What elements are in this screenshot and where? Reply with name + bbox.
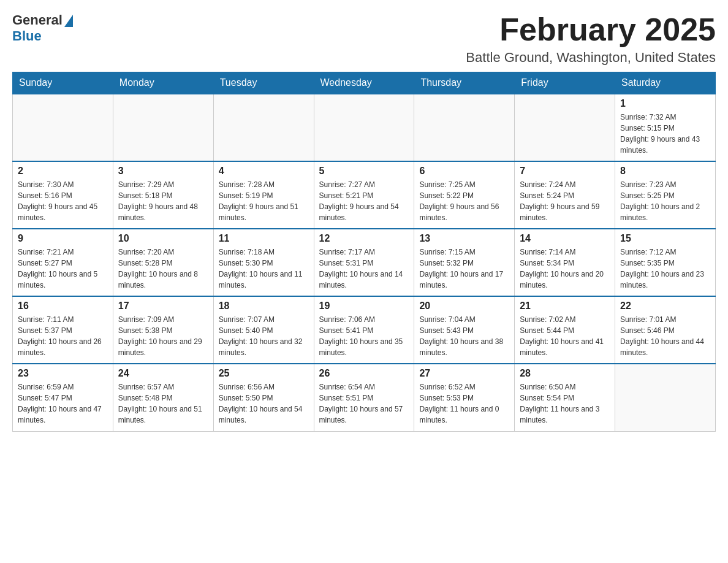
- day-number: 1: [620, 98, 710, 109]
- day-header-thursday: Thursday: [414, 72, 515, 94]
- day-info: Sunrise: 7:29 AMSunset: 5:18 PMDaylight:…: [118, 179, 208, 223]
- calendar-cell: 6Sunrise: 7:25 AMSunset: 5:22 PMDaylight…: [414, 161, 515, 229]
- day-number: 5: [319, 166, 409, 177]
- day-header-saturday: Saturday: [615, 72, 716, 94]
- day-number: 7: [520, 166, 610, 177]
- calendar-cell: 22Sunrise: 7:01 AMSunset: 5:46 PMDayligh…: [615, 296, 716, 364]
- calendar-cell: 5Sunrise: 7:27 AMSunset: 5:21 PMDaylight…: [314, 161, 414, 229]
- day-info: Sunrise: 6:52 AMSunset: 5:53 PMDaylight:…: [419, 381, 509, 426]
- calendar-cell: [515, 94, 615, 161]
- day-info: Sunrise: 6:54 AMSunset: 5:51 PMDaylight:…: [319, 381, 409, 426]
- day-info: Sunrise: 7:28 AMSunset: 5:19 PMDaylight:…: [219, 179, 309, 223]
- day-number: 27: [419, 368, 509, 379]
- calendar-cell: 1Sunrise: 7:32 AMSunset: 5:15 PMDaylight…: [615, 94, 716, 161]
- day-info: Sunrise: 7:25 AMSunset: 5:22 PMDaylight:…: [419, 179, 509, 223]
- calendar-header-row: SundayMondayTuesdayWednesdayThursdayFrid…: [13, 72, 716, 94]
- day-number: 2: [18, 166, 108, 177]
- calendar-cell: 2Sunrise: 7:30 AMSunset: 5:16 PMDaylight…: [13, 161, 113, 229]
- calendar-cell: 18Sunrise: 7:07 AMSunset: 5:40 PMDayligh…: [213, 296, 314, 364]
- month-title: February 2025: [466, 12, 716, 47]
- calendar-cell: [213, 94, 314, 161]
- day-info: Sunrise: 7:18 AMSunset: 5:30 PMDaylight:…: [219, 247, 309, 291]
- day-info: Sunrise: 7:02 AMSunset: 5:44 PMDaylight:…: [520, 314, 610, 358]
- calendar-week-1: 1Sunrise: 7:32 AMSunset: 5:15 PMDaylight…: [13, 94, 716, 161]
- day-number: 8: [620, 166, 710, 177]
- page-header: General Blue February 2025 Battle Ground…: [12, 12, 716, 66]
- calendar-cell: 10Sunrise: 7:20 AMSunset: 5:28 PMDayligh…: [113, 229, 213, 296]
- calendar-cell: 19Sunrise: 7:06 AMSunset: 5:41 PMDayligh…: [314, 296, 414, 364]
- calendar-cell: 4Sunrise: 7:28 AMSunset: 5:19 PMDaylight…: [213, 161, 314, 229]
- day-header-sunday: Sunday: [13, 72, 113, 94]
- day-number: 13: [419, 233, 509, 244]
- logo-general-text: General: [12, 12, 63, 28]
- day-number: 12: [319, 233, 409, 244]
- calendar-cell: 17Sunrise: 7:09 AMSunset: 5:38 PMDayligh…: [113, 296, 213, 364]
- day-number: 4: [219, 166, 309, 177]
- calendar-week-5: 23Sunrise: 6:59 AMSunset: 5:47 PMDayligh…: [13, 364, 716, 431]
- day-number: 9: [18, 233, 108, 244]
- calendar-cell: 16Sunrise: 7:11 AMSunset: 5:37 PMDayligh…: [13, 296, 113, 364]
- calendar-cell: [113, 94, 213, 161]
- day-info: Sunrise: 7:07 AMSunset: 5:40 PMDaylight:…: [219, 314, 309, 358]
- day-number: 19: [319, 301, 409, 312]
- calendar-cell: 7Sunrise: 7:24 AMSunset: 5:24 PMDaylight…: [515, 161, 615, 229]
- day-info: Sunrise: 7:32 AMSunset: 5:15 PMDaylight:…: [620, 112, 710, 156]
- calendar-cell: 11Sunrise: 7:18 AMSunset: 5:30 PMDayligh…: [213, 229, 314, 296]
- location-subtitle: Battle Ground, Washington, United States: [466, 50, 716, 66]
- day-info: Sunrise: 7:23 AMSunset: 5:25 PMDaylight:…: [620, 179, 710, 223]
- day-header-tuesday: Tuesday: [213, 72, 314, 94]
- day-number: 21: [520, 301, 610, 312]
- calendar-cell: 9Sunrise: 7:21 AMSunset: 5:27 PMDaylight…: [13, 229, 113, 296]
- calendar-cell: 12Sunrise: 7:17 AMSunset: 5:31 PMDayligh…: [314, 229, 414, 296]
- day-info: Sunrise: 7:21 AMSunset: 5:27 PMDaylight:…: [18, 247, 108, 291]
- day-info: Sunrise: 7:20 AMSunset: 5:28 PMDaylight:…: [118, 247, 208, 291]
- day-info: Sunrise: 7:06 AMSunset: 5:41 PMDaylight:…: [319, 314, 409, 358]
- day-info: Sunrise: 7:27 AMSunset: 5:21 PMDaylight:…: [319, 179, 409, 223]
- day-info: Sunrise: 7:09 AMSunset: 5:38 PMDaylight:…: [118, 314, 208, 358]
- day-number: 16: [18, 301, 108, 312]
- day-number: 10: [118, 233, 208, 244]
- calendar-week-3: 9Sunrise: 7:21 AMSunset: 5:27 PMDaylight…: [13, 229, 716, 296]
- logo: General Blue: [12, 12, 73, 44]
- calendar-cell: [314, 94, 414, 161]
- calendar-cell: 15Sunrise: 7:12 AMSunset: 5:35 PMDayligh…: [615, 229, 716, 296]
- day-info: Sunrise: 7:17 AMSunset: 5:31 PMDaylight:…: [319, 247, 409, 291]
- day-number: 22: [620, 301, 710, 312]
- day-number: 23: [18, 368, 108, 379]
- calendar-cell: 20Sunrise: 7:04 AMSunset: 5:43 PMDayligh…: [414, 296, 515, 364]
- title-section: February 2025 Battle Ground, Washington,…: [466, 12, 716, 66]
- calendar-cell: 24Sunrise: 6:57 AMSunset: 5:48 PMDayligh…: [113, 364, 213, 431]
- day-info: Sunrise: 7:30 AMSunset: 5:16 PMDaylight:…: [18, 179, 108, 223]
- day-number: 17: [118, 301, 208, 312]
- day-number: 6: [419, 166, 509, 177]
- calendar-table: SundayMondayTuesdayWednesdayThursdayFrid…: [12, 72, 716, 432]
- calendar-cell: [414, 94, 515, 161]
- day-info: Sunrise: 6:57 AMSunset: 5:48 PMDaylight:…: [118, 381, 208, 426]
- day-info: Sunrise: 7:11 AMSunset: 5:37 PMDaylight:…: [18, 314, 108, 358]
- logo-triangle-icon: [64, 15, 73, 27]
- day-info: Sunrise: 7:04 AMSunset: 5:43 PMDaylight:…: [419, 314, 509, 358]
- day-info: Sunrise: 6:56 AMSunset: 5:50 PMDaylight:…: [219, 381, 309, 426]
- day-info: Sunrise: 7:14 AMSunset: 5:34 PMDaylight:…: [520, 247, 610, 291]
- calendar-week-4: 16Sunrise: 7:11 AMSunset: 5:37 PMDayligh…: [13, 296, 716, 364]
- day-number: 14: [520, 233, 610, 244]
- calendar-cell: 26Sunrise: 6:54 AMSunset: 5:51 PMDayligh…: [314, 364, 414, 431]
- calendar-cell: 8Sunrise: 7:23 AMSunset: 5:25 PMDaylight…: [615, 161, 716, 229]
- day-number: 26: [319, 368, 409, 379]
- day-number: 25: [219, 368, 309, 379]
- calendar-cell: 25Sunrise: 6:56 AMSunset: 5:50 PMDayligh…: [213, 364, 314, 431]
- calendar-cell: 13Sunrise: 7:15 AMSunset: 5:32 PMDayligh…: [414, 229, 515, 296]
- calendar-cell: 23Sunrise: 6:59 AMSunset: 5:47 PMDayligh…: [13, 364, 113, 431]
- calendar-cell: [13, 94, 113, 161]
- day-info: Sunrise: 6:50 AMSunset: 5:54 PMDaylight:…: [520, 381, 610, 426]
- day-info: Sunrise: 7:24 AMSunset: 5:24 PMDaylight:…: [520, 179, 610, 223]
- day-number: 20: [419, 301, 509, 312]
- calendar-week-2: 2Sunrise: 7:30 AMSunset: 5:16 PMDaylight…: [13, 161, 716, 229]
- day-number: 11: [219, 233, 309, 244]
- day-number: 24: [118, 368, 208, 379]
- calendar-cell: 21Sunrise: 7:02 AMSunset: 5:44 PMDayligh…: [515, 296, 615, 364]
- day-header-friday: Friday: [515, 72, 615, 94]
- calendar-cell: [615, 364, 716, 431]
- day-header-monday: Monday: [113, 72, 213, 94]
- day-number: 18: [219, 301, 309, 312]
